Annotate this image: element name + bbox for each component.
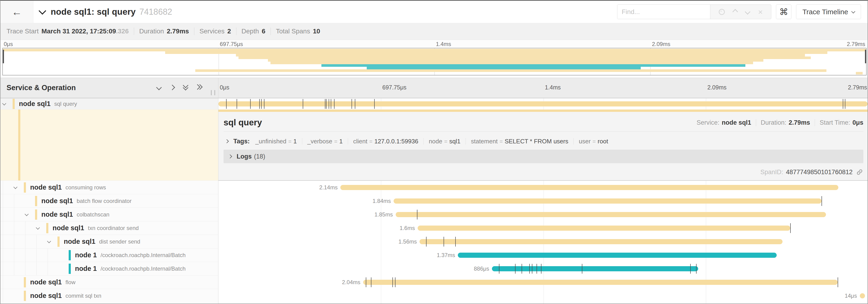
logs-accordion[interactable]: Logs (18) <box>223 150 863 163</box>
span-table: Service & Operation 0μs697.75μs1.4ms2.09… <box>0 78 868 304</box>
collapse-all-icon[interactable] <box>184 85 188 90</box>
span-row-left[interactable]: node 1/cockroach.roachpb.Internal/Batch <box>0 248 218 262</box>
span-bar[interactable] <box>340 185 838 190</box>
span-row-timeline[interactable]: 2.14ms <box>218 181 868 194</box>
service-name: node sql1 <box>19 100 51 108</box>
span-detail-header: sql query Service:node sql1Duration:2.79… <box>223 114 863 132</box>
span-bar[interactable] <box>396 212 826 217</box>
tag-item: client=127.0.0.1:59936 <box>353 138 418 145</box>
span-row[interactable]: node sql1sql query <box>0 98 868 109</box>
span-row-left[interactable]: node sql1batch flow coordinator <box>0 194 218 208</box>
back-arrow-icon: ← <box>12 7 22 17</box>
expand-chevron[interactable] <box>48 241 58 243</box>
chevron-down-icon <box>36 226 40 230</box>
expand-chevron[interactable] <box>36 227 46 229</box>
keyboard-shortcuts-button[interactable]: ⌘ <box>776 4 792 19</box>
span-id-value: 4877749850101760812 <box>786 169 852 176</box>
span-row-timeline[interactable] <box>218 98 868 109</box>
link-icon[interactable] <box>856 169 863 175</box>
span-row[interactable]: node sql1dist sender send1.56ms <box>0 235 868 248</box>
span-row[interactable]: node sql1colbatchscan1.85ms <box>0 208 868 221</box>
minimap-canvas[interactable] <box>2 48 867 75</box>
minimap-row <box>3 57 866 59</box>
next-result-icon[interactable] <box>745 9 750 14</box>
service-name: node sql1 <box>41 197 73 205</box>
span-row[interactable]: node sql1txn coordinator send1.6ms <box>0 221 868 235</box>
log-tick <box>529 264 530 274</box>
tags-row[interactable]: Tags: _unfinished=1_verbose=1client=127.… <box>225 135 608 148</box>
trace-timeline-app: ← node sql1: sql query 7418682 × ⌘ Trace <box>0 0 868 304</box>
span-row-left[interactable]: node sql1flow <box>0 275 218 289</box>
tag-key: user <box>579 138 591 145</box>
chevron-down-icon[interactable] <box>38 7 46 15</box>
span-row[interactable]: node sql1consuming rows2.14ms <box>0 181 868 194</box>
back-button[interactable]: ← <box>0 1 33 23</box>
expand-one-icon[interactable] <box>169 85 175 90</box>
span-row[interactable]: node 1/cockroach.roachpb.Internal/Batch1… <box>0 248 868 262</box>
span-bar[interactable] <box>458 252 776 258</box>
span-row-left[interactable]: node sql1dist sender send <box>0 235 218 248</box>
span-row-timeline[interactable]: 14μs <box>218 289 868 303</box>
span-row[interactable]: node 1/cockroach.roachpb.Internal/Batch8… <box>0 262 868 275</box>
ruler-tick-label: 697.75μs <box>382 84 406 91</box>
minimap-canvas-rows <box>3 49 866 74</box>
span-row-left[interactable]: node 1/cockroach.roachpb.Internal/Batch <box>0 262 218 275</box>
span-bar[interactable] <box>860 293 865 298</box>
viewport-handle-left[interactable] <box>3 50 4 63</box>
summary-label: Duration <box>139 28 164 35</box>
resizer-grip-icon[interactable] <box>211 90 215 95</box>
log-tick <box>843 99 843 109</box>
locate-icon[interactable] <box>719 9 725 15</box>
span-row-timeline[interactable]: 1.6ms <box>218 221 868 235</box>
span-bar[interactable] <box>394 199 821 204</box>
span-row-timeline[interactable]: 1.37ms <box>218 248 868 262</box>
collapse-one-icon[interactable] <box>156 85 162 90</box>
span-id-label: SpanID: <box>760 169 783 176</box>
span-row-timeline[interactable]: 2.04ms <box>218 275 868 289</box>
expand-chevron[interactable] <box>3 103 12 105</box>
span-row-left[interactable]: node sql1consuming rows <box>0 181 218 194</box>
span-row-timeline[interactable]: 1.56ms <box>218 235 868 248</box>
viewport-handle-right[interactable] <box>865 50 866 63</box>
minimap-span-bar <box>321 64 745 67</box>
find-input[interactable] <box>617 4 710 19</box>
span-bar[interactable] <box>492 266 698 271</box>
span-bar[interactable] <box>218 101 868 106</box>
tag-key: _unfinished <box>255 138 286 145</box>
span-row[interactable]: node sql1batch flow coordinator1.84ms <box>0 194 868 208</box>
tag-item: _verbose=1 <box>307 138 343 145</box>
summary-item: Depth6 <box>242 28 265 35</box>
detail-meta-value: node sql1 <box>722 119 751 126</box>
prev-result-icon[interactable] <box>733 9 738 14</box>
tag-key: client <box>353 138 367 145</box>
summary-label: Services <box>199 28 224 35</box>
minimap-span-bar <box>367 67 641 69</box>
log-tick <box>237 99 237 109</box>
clear-search-icon[interactable]: × <box>758 8 763 16</box>
expand-chevron[interactable] <box>25 214 35 215</box>
minimap-span-bar <box>3 49 866 52</box>
span-bar[interactable] <box>417 226 790 231</box>
span-row-timeline[interactable]: 886μs <box>218 262 868 275</box>
span-row-timeline[interactable]: 1.84ms <box>218 194 868 208</box>
span-row-left[interactable]: node sql1commit sql txn <box>0 289 218 303</box>
span-row-left[interactable]: node sql1colbatchscan <box>0 208 218 221</box>
log-tick <box>395 277 396 287</box>
ruler-tick-label: 2.09ms <box>707 84 726 91</box>
detail-meta-label: Duration: <box>761 119 786 126</box>
span-row[interactable]: node sql1flow2.04ms <box>0 275 868 289</box>
ruler-tick-label: 2.09ms <box>652 41 671 47</box>
expand-chevron[interactable] <box>14 187 24 189</box>
operation-name: dist sender send <box>99 238 140 245</box>
span-bar[interactable] <box>420 239 782 244</box>
trace-title-group: node sql1: sql query 7418682 <box>40 1 172 23</box>
span-row[interactable]: node sql1commit sql txn14μs <box>0 289 868 303</box>
expand-all-icon[interactable] <box>197 85 202 90</box>
column-resizer[interactable] <box>218 78 218 304</box>
span-row-left[interactable]: node sql1sql query <box>0 98 218 109</box>
view-selector-button[interactable]: Trace Timeline <box>796 4 861 19</box>
span-bar[interactable] <box>363 280 838 285</box>
span-row-timeline[interactable]: 1.85ms <box>218 208 868 221</box>
logs-label: Logs <box>237 153 252 160</box>
span-row-left[interactable]: node sql1txn coordinator send <box>0 221 218 235</box>
